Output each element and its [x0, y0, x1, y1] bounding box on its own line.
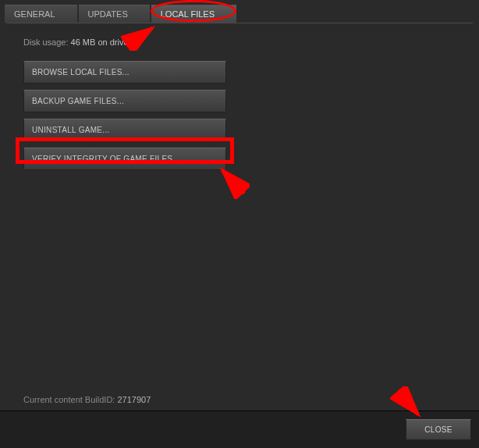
- disk-usage: Disk usage: 46 MB on drive C:: [23, 37, 460, 47]
- footer: CLOSE: [0, 411, 479, 448]
- build-id: Current content BuildID: 2717907: [23, 395, 151, 404]
- build-id-value: 2717907: [117, 395, 151, 404]
- tab-local-files[interactable]: LOCAL FILES: [151, 5, 236, 23]
- browse-local-files-button[interactable]: BROWSE LOCAL FILES...: [23, 61, 226, 84]
- disk-usage-value: 46 MB on drive C:: [71, 37, 140, 47]
- tab-general[interactable]: GENERAL: [5, 5, 77, 23]
- close-button[interactable]: CLOSE: [406, 419, 471, 440]
- backup-game-files-button[interactable]: BACKUP GAME FILES...: [23, 90, 226, 112]
- tab-updates[interactable]: UPDATES: [79, 5, 150, 23]
- disk-usage-label: Disk usage:: [23, 37, 68, 47]
- tab-bar: GENERAL UPDATES LOCAL FILES: [0, 0, 479, 23]
- build-id-label: Current content BuildID:: [23, 395, 115, 404]
- local-files-panel: Disk usage: 46 MB on drive C: BROWSE LOC…: [0, 23, 479, 190]
- verify-integrity-button[interactable]: VERIFY INTEGRITY OF GAME FILES...: [23, 148, 226, 170]
- uninstall-game-button[interactable]: UNINSTALL GAME...: [23, 119, 226, 141]
